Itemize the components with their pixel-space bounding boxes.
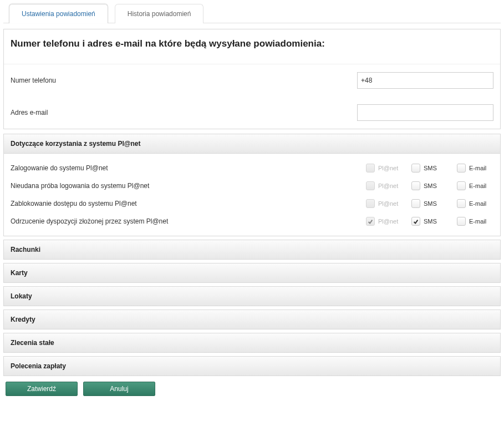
checkbox-planet-row-0	[366, 164, 375, 173]
checkbox-planet-row-3	[366, 217, 375, 226]
checkbox-planet-row-2	[366, 199, 375, 208]
phone-row: Numer telefonu	[4, 64, 500, 97]
notif-row: Zalogowanie do systemu Pl@netPl@netSMSE-…	[7, 159, 497, 177]
tab-history[interactable]: Historia powiadomień	[115, 4, 204, 23]
channel-label-sms: SMS	[424, 182, 437, 189]
tab-settings[interactable]: Ustawienia powiadomień	[9, 4, 108, 23]
cancel-button[interactable]: Anuluj	[83, 382, 155, 396]
channel-label-email: E-mail	[469, 182, 486, 189]
section-header-system: Dotyczące korzystania z systemu Pl@net	[4, 134, 500, 154]
section-header-collapsed[interactable]: Zlecenia stałe	[3, 333, 501, 353]
section-header-collapsed[interactable]: Kredyty	[3, 310, 501, 329]
channel-label-email: E-mail	[469, 218, 486, 225]
notif-row: Odrzucenie dyspozycji złożonej przez sys…	[7, 212, 497, 230]
channel-sms: SMS	[411, 181, 448, 190]
channel-label-planet: Pl@net	[378, 218, 398, 225]
notif-row: Zablokowanie dostępu do systemu Pl@netPl…	[7, 195, 497, 212]
channel-sms: SMS	[411, 217, 448, 226]
channel-label-sms: SMS	[424, 165, 437, 171]
checkbox-email-row-1[interactable]	[457, 181, 466, 190]
section-header-collapsed[interactable]: Polecenia zapłaty	[3, 356, 501, 376]
contact-panel: Numer telefonu i adres e-mail na które b…	[3, 29, 501, 129]
section-header-collapsed[interactable]: Rachunki	[3, 240, 501, 260]
checkbox-sms-row-3[interactable]	[411, 217, 420, 226]
notif-label: Zablokowanie dostępu do systemu Pl@net	[11, 200, 357, 207]
notif-label: Zalogowanie do systemu Pl@net	[11, 164, 357, 172]
checkbox-email-row-0[interactable]	[457, 164, 466, 173]
checkbox-sms-row-1[interactable]	[411, 181, 420, 190]
check-icon	[413, 219, 419, 224]
email-label: Adres e-mail	[11, 109, 48, 116]
checkbox-email-row-2[interactable]	[457, 199, 466, 208]
channel-planet: Pl@net	[366, 164, 403, 173]
channel-planet: Pl@net	[366, 217, 403, 226]
channel-planet: Pl@net	[366, 181, 403, 190]
section-header-collapsed[interactable]: Lokaty	[3, 286, 501, 306]
channel-label-sms: SMS	[424, 200, 437, 207]
notif-list-system: Dotyczące korzystania z systemu Pl@net Z…	[3, 134, 501, 236]
channel-label-planet: Pl@net	[378, 182, 398, 189]
channel-label-planet: Pl@net	[378, 165, 398, 171]
channel-planet: Pl@net	[366, 199, 403, 208]
channel-email: E-mail	[457, 164, 493, 173]
phone-input[interactable]	[357, 72, 493, 89]
channel-email: E-mail	[457, 217, 493, 226]
channel-sms: SMS	[411, 164, 448, 173]
checkbox-sms-row-2[interactable]	[411, 199, 420, 208]
checkbox-email-row-3[interactable]	[457, 217, 466, 226]
notif-row: Nieudana próba logowania do systemu Pl@n…	[7, 177, 497, 195]
email-row: Adres e-mail	[4, 97, 500, 129]
channel-email: E-mail	[457, 181, 493, 190]
channel-label-email: E-mail	[469, 200, 486, 207]
notif-label: Odrzucenie dyspozycji złożonej przez sys…	[11, 217, 357, 225]
tabs-bar: Ustawienia powiadomień Historia powiadom…	[3, 3, 501, 23]
check-icon	[368, 219, 373, 224]
phone-label: Numer telefonu	[11, 77, 56, 84]
action-buttons: Zatwierdź Anuluj	[3, 379, 501, 400]
channel-label-email: E-mail	[469, 165, 486, 171]
section-header-collapsed[interactable]: Karty	[3, 263, 501, 283]
channel-email: E-mail	[457, 199, 493, 208]
checkbox-sms-row-0[interactable]	[411, 164, 420, 173]
email-input[interactable]	[357, 104, 493, 121]
channel-label-sms: SMS	[424, 218, 437, 225]
contact-title: Numer telefonu i adres e-mail na które b…	[4, 29, 500, 64]
confirm-button[interactable]: Zatwierdź	[6, 382, 78, 396]
notif-label: Nieudana próba logowania do systemu Pl@n…	[11, 182, 357, 190]
channel-label-planet: Pl@net	[378, 200, 398, 207]
checkbox-planet-row-1	[366, 181, 375, 190]
channel-sms: SMS	[411, 199, 448, 208]
